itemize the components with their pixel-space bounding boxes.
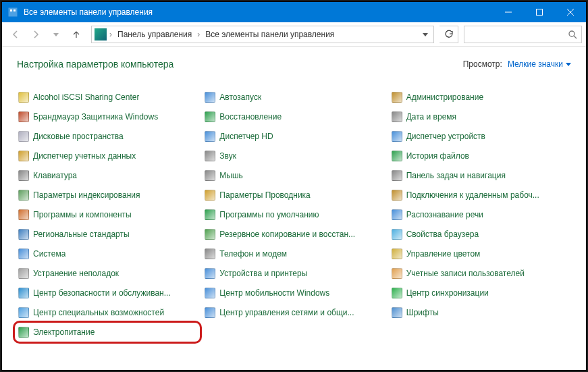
cpl-icon (205, 268, 215, 279)
cpl-item-параметры-проводника[interactable]: Параметры Проводника (203, 188, 372, 203)
cpl-icon (18, 288, 29, 298)
cpl-icon (18, 229, 29, 240)
cpl-item-label: Центр управления сетями и общи... (219, 308, 354, 317)
page-heading: Настройка параметров компьютера (17, 59, 173, 70)
cpl-item-дисковые-пространства[interactable]: Дисковые пространства (17, 129, 186, 144)
cpl-item-label: Параметры индексирования (33, 190, 140, 200)
content-header: Настройка параметров компьютера Просмотр… (17, 59, 571, 70)
breadcrumb-current[interactable]: Все элементы панели управления (203, 28, 337, 41)
refresh-button[interactable] (439, 26, 458, 43)
cpl-item-панель-задач-и-навигация[interactable]: Панель задач и навигация (390, 168, 559, 183)
back-button[interactable] (6, 25, 25, 44)
cpl-item-label: Электропитание (33, 327, 95, 337)
cpl-item-мышь[interactable]: Мышь (203, 168, 372, 183)
cpl-item-шрифты[interactable]: Шрифты (390, 305, 559, 320)
cpl-item-параметры-индексирования[interactable]: Параметры индексирования (17, 188, 186, 203)
cpl-item-label: Региональные стандарты (33, 230, 130, 239)
view-label: Просмотр: (463, 59, 502, 69)
cpl-icon (18, 190, 29, 201)
cpl-icon (205, 307, 215, 318)
cpl-item-label: Учетные записи пользователей (406, 269, 525, 278)
cpl-item-label: История файлов (406, 151, 469, 161)
control-panel-icon (95, 28, 107, 41)
cpl-item-label: Центр специальных возможностей (33, 308, 164, 317)
cpl-item-label: Мышь (219, 171, 243, 180)
cpl-item-центр-мобильности-windows[interactable]: Центр мобильности Windows (203, 286, 372, 300)
cpl-item-устранение-неполадок[interactable]: Устранение неполадок (17, 266, 186, 281)
cpl-item-центр-безопасности-и-обслуживан[interactable]: Центр безопасности и обслуживан... (17, 286, 186, 300)
cpl-item-label: Центр безопасности и обслуживан... (33, 288, 171, 298)
cpl-item-центр-специальных-возможностей[interactable]: Центр специальных возможностей (17, 305, 186, 320)
cpl-item-электропитание[interactable]: Электропитание (17, 325, 96, 340)
cpl-item-программы-и-компоненты[interactable]: Программы и компоненты (17, 207, 186, 222)
cpl-item-диспетчер-учетных-данных[interactable]: Диспетчер учетных данных (17, 149, 186, 163)
chevron-right-icon: › (109, 30, 112, 39)
view-mode-value: Мелкие значки (508, 59, 563, 69)
cpl-item-label: Шрифты (406, 308, 439, 317)
cpl-item-брандмауэр-защитника-windows[interactable]: Брандмауэр Защитника Windows (17, 109, 186, 124)
cpl-item-label: Автозапуск (219, 92, 261, 102)
cpl-item-история-файлов[interactable]: История файлов (390, 149, 559, 163)
cpl-item-центр-синхронизации[interactable]: Центр синхронизации (390, 286, 559, 300)
cpl-item-label: Система (33, 249, 65, 259)
cpl-item-label: Диспетчер устройств (406, 132, 485, 141)
cpl-item-распознавание-речи[interactable]: Распознавание речи (390, 207, 559, 222)
cpl-item-администрирование[interactable]: Администрирование (390, 90, 559, 105)
cpl-item-управление-цветом[interactable]: Управление цветом (390, 246, 559, 261)
cpl-icon (18, 151, 29, 161)
cpl-item-восстановление[interactable]: Восстановление (203, 109, 372, 124)
cpl-item-телефон-и-модем[interactable]: Телефон и модем (203, 246, 372, 261)
cpl-item-резервное-копирование-и-восстан[interactable]: Резервное копирование и восстан... (203, 227, 372, 242)
cpl-item-звук[interactable]: Звук (203, 149, 372, 163)
cpl-item-label: Программы и компоненты (33, 210, 132, 219)
cpl-item-диспетчер-hd[interactable]: Диспетчер HD (203, 129, 372, 144)
cpl-item-свойства-браузера[interactable]: Свойства браузера (390, 227, 559, 242)
cpl-item-центр-управления-сетями-и-общи[interactable]: Центр управления сетями и общи... (203, 305, 372, 320)
cpl-item-label: Панель задач и навигация (406, 171, 506, 180)
cpl-item-клавиатура[interactable]: Клавиатура (17, 168, 186, 183)
cpl-item-label: Устройства и принтеры (219, 269, 307, 278)
cpl-icon (18, 248, 29, 259)
recent-locations-button[interactable] (47, 25, 65, 44)
cpl-icon (18, 268, 29, 279)
close-button[interactable] (555, 2, 586, 22)
cpl-item-alcohol-iscsi-sharing-center[interactable]: Alcohol iSCSI Sharing Center (17, 90, 186, 105)
breadcrumb-root[interactable]: Панель управления (115, 28, 194, 41)
cpl-item-label: Звук (219, 151, 236, 161)
cpl-icon (18, 327, 29, 338)
cpl-item-программы-по-умолчанию[interactable]: Программы по умолчанию (203, 207, 372, 222)
cpl-item-дата-и-время[interactable]: Дата и время (390, 109, 559, 124)
search-input[interactable] (464, 26, 582, 43)
up-button[interactable] (67, 25, 86, 44)
forward-button[interactable] (26, 25, 45, 44)
cpl-item-label: Свойства браузера (406, 230, 479, 239)
cpl-icon (392, 151, 402, 161)
minimize-button[interactable] (493, 2, 524, 22)
cpl-item-диспетчер-устройств[interactable]: Диспетчер устройств (390, 129, 559, 144)
cpl-item-label: Устранение неполадок (33, 269, 119, 278)
cpl-item-label: Параметры Проводника (219, 190, 310, 200)
svg-rect-1 (10, 9, 12, 11)
cpl-icon (18, 92, 29, 103)
cpl-item-система[interactable]: Система (17, 246, 186, 261)
cpl-item-автозапуск[interactable]: Автозапуск (203, 90, 372, 105)
cpl-icon (392, 190, 402, 201)
cpl-icon (205, 190, 215, 201)
maximize-button[interactable] (524, 2, 555, 22)
search-icon (568, 30, 577, 39)
cpl-icon (392, 248, 402, 259)
cpl-item-подключения-к-удаленным-рабоч[interactable]: Подключения к удаленным рабоч... (390, 188, 559, 203)
cpl-icon (205, 170, 215, 181)
address-bar[interactable]: › Панель управления › Все элементы панел… (91, 26, 434, 43)
view-mode-dropdown[interactable]: Мелкие значки (508, 59, 571, 69)
chevron-down-icon (566, 61, 571, 67)
cpl-icon (392, 307, 402, 318)
address-dropdown-button[interactable] (420, 30, 431, 39)
cpl-icon (18, 209, 29, 220)
cpl-icon (205, 209, 215, 220)
cpl-icon (205, 229, 215, 240)
cpl-item-label: Диспетчер учетных данных (33, 151, 136, 161)
cpl-item-региональные-стандарты[interactable]: Региональные стандарты (17, 227, 186, 242)
cpl-item-учетные-записи-пользователей[interactable]: Учетные записи пользователей (390, 266, 559, 281)
cpl-item-устройства-и-принтеры[interactable]: Устройства и принтеры (203, 266, 372, 281)
